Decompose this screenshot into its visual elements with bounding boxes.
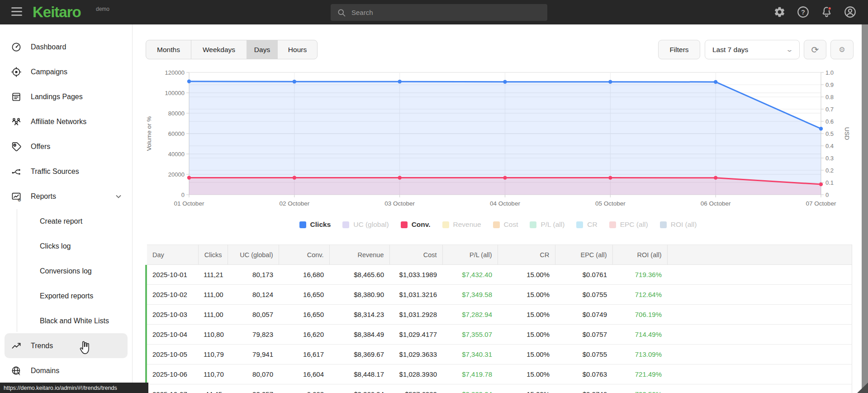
sidebar-nav: DashboardCampaignsLandings PagesAffiliat…	[0, 34, 132, 383]
svg-text:0.1: 0.1	[825, 179, 834, 186]
cell-uc-global: 80,173	[228, 265, 279, 285]
cell-clicks: 110,80	[198, 325, 228, 345]
legend-item-p-l-all[interactable]: P/L (all)	[530, 220, 564, 229]
series-point-clicks	[819, 127, 823, 130]
cell-filler	[667, 384, 852, 393]
trends-table-wrap: DayClicksUC (global)Conv.RevenueCostP/L …	[145, 244, 851, 393]
table-row: 2025-10-03111,0080,05716,650$8,314.23$1,…	[146, 305, 852, 325]
help-icon[interactable]: ?	[797, 6, 809, 18]
sidebar-item-dashboard[interactable]: Dashboard	[0, 34, 132, 59]
series-area-conv	[189, 177, 821, 195]
refresh-button[interactable]: ⟳	[804, 40, 826, 59]
sidebar-item-traffic-sources[interactable]: Traffic Sources	[0, 159, 132, 184]
cell-filler	[667, 285, 852, 305]
column-header-conv[interactable]: Conv.	[279, 245, 329, 265]
affiliate-networks-icon	[11, 116, 22, 127]
svg-text:06 October: 06 October	[701, 200, 731, 207]
svg-text:0: 0	[825, 192, 829, 198]
sidebar-item-domains[interactable]: Domains	[0, 358, 132, 383]
sidebar-item-offers[interactable]: $Offers	[0, 134, 132, 159]
domains-icon	[11, 365, 22, 376]
series-point-clicks	[293, 80, 296, 83]
sidebar-item-create-report[interactable]: Create report	[0, 209, 132, 234]
cell-epc-all: $0.0755	[555, 285, 612, 305]
sidebar-item-affiliate-networks[interactable]: Affiliate Networks	[0, 109, 132, 134]
sidebar-item-label: Landings Pages	[31, 93, 83, 101]
legend-swatch	[609, 221, 616, 228]
cell-conv: 16,620	[279, 325, 329, 345]
svg-text:0.2: 0.2	[825, 167, 834, 174]
legend-item-roi-all[interactable]: ROI (all)	[660, 220, 697, 229]
sidebar-item-trends[interactable]: Trends	[5, 333, 128, 358]
tab-days[interactable]: Days	[247, 40, 278, 59]
cell-filler	[667, 345, 852, 364]
legend-item-cr[interactable]: CR	[576, 220, 597, 229]
cell-day: 2025-10-01	[146, 265, 198, 285]
chart-legend: ClicksUC (global)Conv.RevenueCostP/L (al…	[145, 220, 851, 229]
legend-swatch	[299, 221, 306, 228]
sidebar-item-clicks-log[interactable]: Clicks log	[0, 234, 132, 259]
notifications-bell-icon[interactable]	[821, 6, 833, 18]
sidebar-item-conversions-log[interactable]: Conversions log	[0, 259, 132, 283]
column-header-roi-all[interactable]: ROI (all)	[612, 245, 667, 265]
series-point-conv	[503, 176, 507, 179]
column-header-clicks[interactable]: Clicks	[198, 245, 228, 265]
tab-months[interactable]: Months	[146, 40, 191, 59]
sidebar-item-reports[interactable]: ⚙Reports	[0, 184, 132, 209]
env-badge: demo	[96, 6, 109, 12]
legend-item-clicks[interactable]: Clicks	[299, 220, 331, 229]
table-row: 2025-10-05110,7979,94116,617$8,369.67$1,…	[146, 345, 852, 364]
legend-item-cost[interactable]: Cost	[493, 220, 518, 229]
hamburger-menu-icon[interactable]	[11, 7, 22, 17]
cell-revenue: $8,314.23	[329, 305, 389, 325]
series-point-conv	[398, 176, 401, 179]
left-axis-title: Volume or %	[146, 116, 152, 151]
column-header-uc-global[interactable]: UC (global)	[228, 245, 279, 265]
page-scrollbar[interactable]	[862, 24, 868, 393]
search-input[interactable]: Search	[331, 4, 547, 21]
keitaro-logo[interactable]: Keitaro	[33, 4, 81, 21]
chart-settings-button[interactable]: ⚙	[830, 40, 854, 59]
cell-day: 2025-10-06	[146, 364, 198, 384]
cell-day: 2025-10-05	[146, 345, 198, 364]
tab-weekdays[interactable]: Weekdays	[191, 40, 247, 59]
filters-button[interactable]: Filters	[658, 40, 700, 59]
sidebar-item-campaigns[interactable]: Campaigns	[0, 59, 132, 84]
legend-label: ROI (all)	[671, 220, 697, 229]
cell-day: 2025-10-07	[146, 384, 198, 393]
tab-hours[interactable]: Hours	[278, 40, 317, 59]
cell-roi-all: 719.36%	[612, 265, 667, 285]
settings-gear-icon[interactable]	[773, 6, 786, 18]
series-point-clicks	[398, 80, 401, 83]
cell-revenue: $8,369.67	[329, 345, 389, 364]
date-range-select[interactable]: Last 7 days ⌄	[705, 40, 800, 59]
legend-item-revenue[interactable]: Revenue	[442, 220, 481, 229]
sidebar-item-landings-pages[interactable]: Landings Pages	[0, 84, 132, 109]
column-header-cost[interactable]: Cost	[389, 245, 442, 265]
legend-item-epc-all[interactable]: EPC (all)	[609, 220, 648, 229]
sidebar-item-label: Affiliate Networks	[31, 118, 86, 126]
sidebar-item-exported-reports[interactable]: Exported reports	[0, 283, 132, 308]
column-header-revenue[interactable]: Revenue	[329, 245, 389, 265]
offers-icon: $	[11, 141, 22, 152]
svg-text:01 October: 01 October	[174, 200, 204, 207]
status-bar-url: https://demo.keitaro.io/admin/#!/trends/…	[0, 383, 148, 393]
legend-item-uc-global[interactable]: UC (global)	[342, 220, 389, 229]
sidebar-item-black-and-white-lists[interactable]: Black and White Lists	[0, 308, 132, 333]
legend-item-conv[interactable]: Conv.	[401, 220, 431, 229]
cell-cost: $1,028.3930	[389, 364, 442, 384]
column-header-cr[interactable]: CR	[498, 245, 555, 265]
cell-cr: 15.00%	[498, 345, 555, 364]
traffic-sources-icon	[11, 166, 22, 177]
cell-p-l-all: $7,349.58	[442, 285, 498, 305]
svg-text:0.3: 0.3	[825, 155, 834, 162]
sidebar-item-label: Create report	[40, 217, 82, 225]
right-axis-title: USD	[844, 127, 850, 140]
svg-text:1.0: 1.0	[825, 69, 834, 76]
column-header-p-l-all[interactable]: P/L (all)	[442, 245, 498, 265]
sidebar-item-label: Reports	[31, 192, 56, 201]
column-header-epc-all[interactable]: EPC (all)	[555, 245, 612, 265]
column-header-day[interactable]: Day	[146, 245, 198, 265]
svg-text:0.4: 0.4	[825, 143, 834, 149]
user-avatar-icon[interactable]	[844, 6, 856, 18]
